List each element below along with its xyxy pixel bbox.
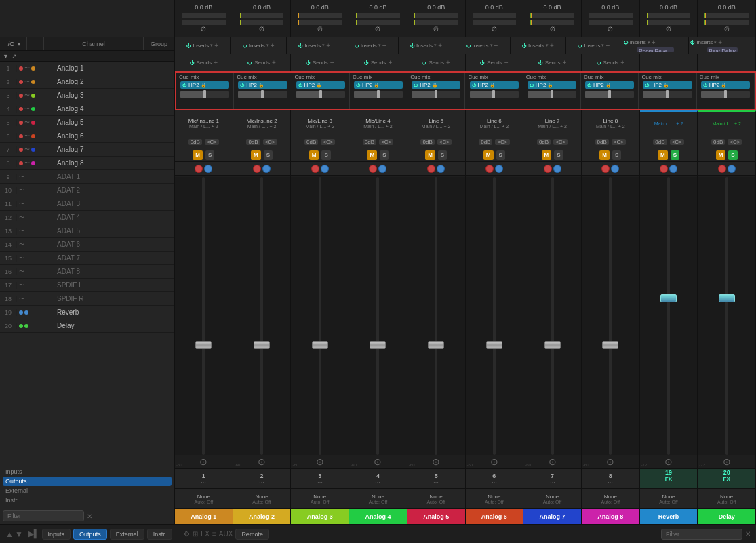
cue-slider-8[interactable] [585, 91, 634, 98]
pan-knob-right-2[interactable] [262, 165, 271, 173]
comp-button-8[interactable]: <C> [612, 139, 626, 145]
pan-knob-left-5[interactable] [427, 165, 435, 173]
color-label-fx1[interactable]: Reverb [640, 509, 698, 524]
fader-pan-knob-2[interactable]: ⊙ [258, 456, 266, 467]
pan-knob-right-4[interactable] [378, 165, 386, 173]
db-button-2[interactable]: 0dB [246, 139, 260, 145]
insert-arrow-icon[interactable]: ▾ [490, 43, 493, 48]
fader-pan-knob-6[interactable]: ⊙ [490, 456, 498, 467]
insert-add-button[interactable]: + [494, 42, 498, 49]
solo-button-5[interactable]: S [438, 150, 447, 160]
list-item[interactable]: 9 〜 ADAT 1 [0, 170, 174, 184]
pan-knob-left-8[interactable] [601, 165, 610, 173]
strip-header-5[interactable]: Line 5 Main / L... + 2 [407, 110, 466, 136]
list-item[interactable]: 13 〜 ADAT 5 [0, 224, 174, 238]
fader-handle-2[interactable] [254, 341, 270, 349]
footer-mix-icon[interactable]: ≡ [212, 530, 216, 538]
mute-button-6[interactable]: M [483, 150, 494, 160]
db-button-7[interactable]: 0dB [537, 139, 551, 145]
db-button-8[interactable]: 0dB [595, 139, 609, 145]
assign-cell-7[interactable]: None Auto: Off [523, 489, 582, 508]
sidebar-io-toggle[interactable]: I/O ▾ [0, 37, 27, 50]
sidebar-item-instr[interactable]: Instr. [3, 496, 172, 505]
cue-hp-button[interactable]: ⏻ HP2 🔒 [238, 81, 287, 89]
fader-pan-knob-7[interactable]: ⊙ [549, 456, 557, 467]
filter-input[interactable] [3, 510, 84, 521]
footer-aux-icon[interactable]: AUX [219, 530, 233, 538]
solo-button-8[interactable]: S [612, 150, 621, 160]
footer-grid-icon[interactable]: ⊞ [193, 530, 198, 538]
comp-button-5[interactable]: <C> [437, 139, 452, 145]
list-item[interactable]: 14 〜 ADAT 6 [0, 238, 174, 252]
color-label-7[interactable]: Analog 7 [523, 509, 582, 524]
cue-hp-button[interactable]: ⏻ HP2 🔒 [643, 81, 692, 89]
insert-arrow-icon[interactable]: ▾ [378, 43, 381, 48]
cue-slider-7[interactable] [528, 91, 576, 98]
sidebar-item-outputs[interactable]: Outputs [3, 477, 172, 486]
comp-button-6[interactable]: <C> [495, 139, 509, 145]
assign-cell-2[interactable]: None Auto: Off [233, 489, 292, 508]
footer-outputs-button[interactable]: Outputs [73, 529, 107, 540]
fader-pan-knob-fx1[interactable]: ⊙ [664, 456, 673, 467]
insert-add-button[interactable]: + [326, 42, 330, 49]
comp-button-7[interactable]: <C> [553, 139, 568, 145]
send-add-button[interactable]: + [214, 59, 218, 66]
insert-add-button[interactable]: + [271, 42, 275, 49]
list-item[interactable]: 4 〜 Analog 4 [0, 102, 174, 116]
fader-handle-8[interactable] [602, 341, 618, 349]
cue-slider-5[interactable] [412, 91, 460, 98]
cue-slider-1[interactable] [180, 91, 229, 98]
footer-external-button[interactable]: External [110, 529, 144, 540]
insert-arrow-icon[interactable]: ▾ [266, 43, 269, 48]
color-label-fx2[interactable]: Delay [698, 509, 756, 524]
fader-pan-knob-4[interactable]: ⊙ [374, 456, 382, 467]
cue-slider-6[interactable] [470, 91, 519, 98]
cue-slider-3[interactable] [296, 91, 345, 98]
fader-handle-5[interactable] [428, 341, 444, 349]
send-add-button[interactable]: + [620, 59, 624, 66]
list-item[interactable]: 8 〜 Analog 8 [0, 157, 174, 170]
insert-arrow-icon[interactable]: ▾ [434, 43, 437, 48]
pan-knob-right-3[interactable] [321, 165, 329, 173]
list-item[interactable]: 2 〜 Analog 2 [0, 75, 174, 89]
strip-header-8[interactable]: Line 8 Main / L... + 2 [582, 110, 640, 136]
mute-button-fx1[interactable]: M [658, 150, 668, 160]
insert-arrow-icon[interactable]: ▾ [210, 43, 213, 48]
db-button-3[interactable]: 0dB [304, 139, 318, 145]
cue-hp-button[interactable]: ⏻ HP2 🔒 [180, 81, 229, 89]
db-button-5[interactable]: 0dB [420, 139, 434, 145]
solo-button-7[interactable]: S [554, 150, 563, 160]
cue-slider-fx1[interactable] [643, 91, 692, 98]
list-item[interactable]: 18 〜 SPDIF R [0, 292, 174, 306]
assign-cell-1[interactable]: None Auto: Off [175, 489, 233, 508]
io-expand-icon[interactable]: ▼ [3, 53, 9, 60]
footer-fx-icon[interactable]: FX [201, 530, 210, 538]
cue-hp-button[interactable]: ⏻ HP2 🔒 [585, 81, 634, 89]
send-add-button[interactable]: + [330, 59, 334, 66]
sidebar-item-external[interactable]: External [3, 486, 172, 496]
mute-button-3[interactable]: M [309, 150, 319, 160]
fader-pan-knob-1[interactable]: ⊙ [199, 456, 207, 467]
fader-handle-fx2[interactable] [719, 294, 735, 302]
mute-button-1[interactable]: M [193, 150, 203, 160]
send-add-button[interactable]: + [562, 59, 566, 66]
db-button-1[interactable]: 0dB [188, 139, 202, 145]
list-item[interactable]: 19 Reverb [0, 306, 174, 319]
list-item[interactable]: 20 Delay [0, 319, 174, 333]
solo-button-fx1[interactable]: S [671, 150, 679, 160]
pan-knob-left-3[interactable] [311, 165, 319, 173]
pan-knob-left-7[interactable] [544, 165, 552, 173]
cue-hp-button[interactable]: ⏻ HP2 🔒 [470, 81, 519, 89]
comp-button-fx1[interactable]: <C> [670, 139, 684, 145]
list-item[interactable]: 1 〜 Analog 1 [0, 62, 174, 75]
solo-button-6[interactable]: S [496, 150, 505, 160]
solo-button-fx2[interactable]: S [728, 150, 737, 160]
nav-down-icon[interactable]: ▼ [15, 529, 23, 539]
footer-instr-button[interactable]: Instr. [147, 529, 173, 540]
comp-button-3[interactable]: <C> [321, 139, 335, 145]
nav-up-icon[interactable]: ▲ [5, 529, 14, 539]
send-add-button[interactable]: + [388, 59, 392, 66]
insert-arrow-icon[interactable]: ▾ [648, 40, 650, 45]
pan-knob-left-fx1[interactable] [660, 165, 668, 173]
fader-pan-knob-8[interactable]: ⊙ [606, 456, 614, 467]
